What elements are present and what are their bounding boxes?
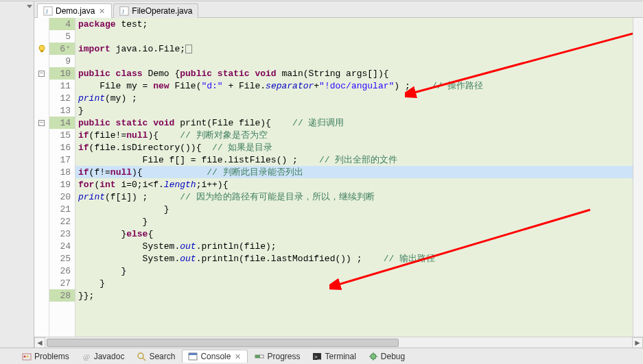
svg-rect-5 <box>40 50 43 52</box>
javadoc-icon: @ <box>82 352 91 361</box>
marker-cell <box>34 30 49 43</box>
svg-rect-15 <box>189 353 197 355</box>
marker-cell <box>34 129 49 141</box>
quickfix-bulb-icon[interactable] <box>38 45 46 53</box>
line-number: 14 <box>49 117 75 129</box>
code-area[interactable]: package test;import java.io.File; public… <box>75 18 633 337</box>
overview-ruler[interactable] <box>633 18 643 337</box>
view-tab-progress[interactable]: Progress <box>249 350 305 363</box>
view-tab-label: Debug <box>381 352 405 361</box>
svg-line-13 <box>143 358 145 361</box>
view-tab-search[interactable]: Search <box>131 350 180 363</box>
svg-text:J: J <box>122 8 125 15</box>
editor-tab-fileoperate[interactable]: J FileOperate.java <box>113 3 198 18</box>
search-icon <box>137 352 146 361</box>
marker-cell <box>34 141 49 154</box>
code-line[interactable] <box>75 55 633 67</box>
terminal-icon: >_ <box>312 352 322 361</box>
marker-cell <box>34 154 49 166</box>
code-line[interactable]: print(my) ; <box>75 92 633 104</box>
line-number: 21 <box>49 203 75 215</box>
marker-cell <box>34 289 49 302</box>
code-line[interactable]: } <box>75 104 633 117</box>
view-tab-javadoc[interactable]: @Javadoc <box>76 350 130 363</box>
code-line[interactable]: } <box>75 215 633 228</box>
svg-rect-17 <box>255 355 260 358</box>
line-number: 28 <box>49 289 75 302</box>
code-line[interactable]: }else{ <box>75 228 633 240</box>
console-icon <box>188 352 198 361</box>
left-trim <box>0 1 34 348</box>
scroll-right-button[interactable]: ► <box>632 337 643 348</box>
code-line[interactable]: System.out.println(file); <box>75 240 633 252</box>
view-tab-problems[interactable]: Problems <box>16 350 75 363</box>
view-tab-terminal[interactable]: >_Terminal <box>307 350 361 363</box>
code-line[interactable]: } <box>75 265 633 277</box>
close-icon[interactable]: ✕ <box>97 7 106 15</box>
line-number: 11 <box>49 80 75 92</box>
code-line[interactable]: for(int i=0;i<f.length;i++){ <box>75 178 633 191</box>
editor-tab-demo[interactable]: J Demo.java ✕ <box>37 3 112 18</box>
view-tab-label: Problems <box>34 352 69 361</box>
line-number: 9 <box>49 55 75 67</box>
code-line[interactable]: if(file!=null){ // 判断对象是否为空 <box>75 129 633 141</box>
marker-cell <box>34 277 49 289</box>
line-number: 22 <box>49 215 75 228</box>
workspace: J Demo.java ✕ J FileOperate.java −− 456⁺… <box>0 1 643 348</box>
scroll-left-button[interactable]: ◄ <box>34 337 45 348</box>
java-file-icon: J <box>43 6 53 16</box>
left-trim-menu[interactable] <box>0 1 34 11</box>
tab-label: Demo.java <box>56 6 95 16</box>
horizontal-scrollbar[interactable]: ◄ ► <box>34 337 643 348</box>
code-line[interactable]: print(f[i]) ; // 因为给的路径有可能是目录，所以，继续判断 <box>75 191 633 203</box>
code-line[interactable]: public class Demo {public static void ma… <box>75 67 633 80</box>
fold-toggle-icon[interactable]: − <box>38 71 45 77</box>
marker-cell <box>34 43 49 55</box>
svg-point-12 <box>138 353 143 359</box>
marker-cell <box>34 80 49 92</box>
line-number: 25 <box>49 252 75 265</box>
scroll-track[interactable] <box>45 337 632 348</box>
svg-text:J: J <box>46 8 49 15</box>
code-line[interactable]: } <box>75 277 633 289</box>
close-icon[interactable]: ✕ <box>233 352 242 361</box>
line-number-ruler: 456⁺910111213141516171819202122232425262… <box>49 18 75 337</box>
svg-text:>_: >_ <box>314 354 321 360</box>
fold-toggle-icon[interactable]: − <box>38 120 45 126</box>
svg-point-20 <box>371 354 376 359</box>
line-number: 15 <box>49 129 75 141</box>
marker-cell <box>34 104 49 117</box>
scroll-thumb[interactable] <box>47 339 399 347</box>
marker-ruler: −− <box>34 18 49 337</box>
code-line[interactable]: package test; <box>75 18 633 30</box>
line-number: 23 <box>49 228 75 240</box>
line-number: 13 <box>49 104 75 117</box>
svg-point-10 <box>27 355 29 357</box>
view-tab-debug[interactable]: Debug <box>363 350 410 363</box>
editor-body: −− 456⁺910111213141516171819202122232425… <box>34 18 643 337</box>
marker-cell <box>34 18 49 30</box>
code-line[interactable]: File f[] = file.listFiles() ; // 列出全部的文件 <box>75 154 633 166</box>
svg-text:@: @ <box>83 352 90 361</box>
marker-cell <box>34 178 49 191</box>
code-line[interactable]: import java.io.File; <box>75 43 633 55</box>
marker-cell: − <box>34 117 49 129</box>
code-line[interactable]: System.out.println(file.lastModified()) … <box>75 252 633 265</box>
code-line[interactable]: public static void print(File file){ // … <box>75 117 633 129</box>
code-line[interactable]: }}; <box>75 289 633 302</box>
debug-icon <box>369 352 378 361</box>
marker-cell <box>34 191 49 203</box>
code-line[interactable]: } <box>75 203 633 215</box>
code-line[interactable]: if(file.isDirectory()){ // 如果是目录 <box>75 141 633 154</box>
code-line[interactable] <box>75 30 633 43</box>
line-number: 24 <box>49 240 75 252</box>
line-number: 26 <box>49 265 75 277</box>
line-number: 17 <box>49 154 75 166</box>
view-tab-label: Search <box>149 352 175 361</box>
code-line[interactable]: if(f!=null){ // 判断此目录能否列出 <box>75 166 633 178</box>
editor-tab-bar: J Demo.java ✕ J FileOperate.java <box>34 1 643 18</box>
progress-icon <box>255 352 264 361</box>
code-line[interactable]: File my = new File("d:" + File.separator… <box>75 80 633 92</box>
line-number: 12 <box>49 92 75 104</box>
view-tab-console[interactable]: Console✕ <box>182 350 248 363</box>
